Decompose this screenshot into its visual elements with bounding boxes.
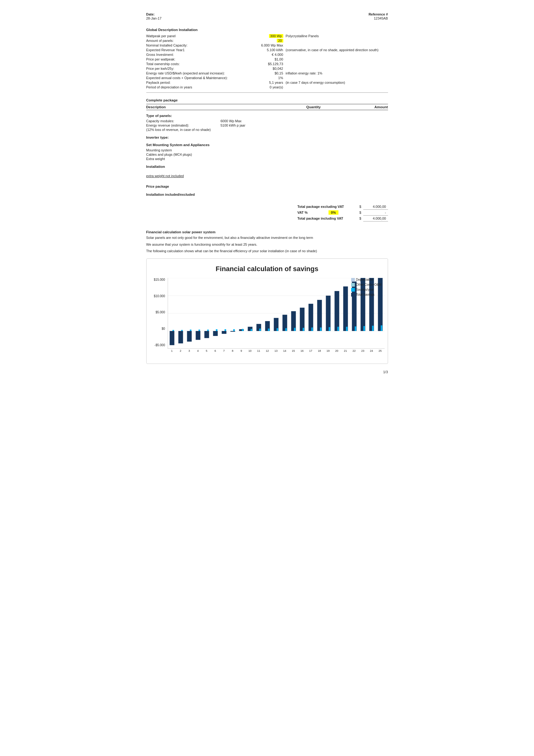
- installation-section: Installation: [146, 165, 388, 169]
- bar-total-savings: [300, 308, 304, 331]
- legend-color-swatch: [351, 283, 355, 287]
- row-label: Expected Revenue Year1: [146, 47, 252, 52]
- y-label-5000: $5.000: [156, 310, 165, 314]
- bar-savings-year: [259, 329, 261, 331]
- type-of-panels-section: Type of panels: Capacity modules:6000 Wp…: [146, 114, 388, 132]
- col-description: Description: [146, 105, 166, 109]
- row-value: $0,042: [252, 66, 286, 71]
- bar-savings-year: [311, 327, 313, 331]
- row-value: $1,00: [252, 57, 286, 62]
- col-amount: Amount: [374, 105, 388, 109]
- excl-vat-currency: $: [357, 204, 363, 210]
- page-number: 1/3: [146, 370, 388, 374]
- installation-included: Installation included/excluded: [146, 193, 388, 196]
- bar-total-savings: [317, 300, 322, 331]
- x-label: 18: [315, 349, 324, 352]
- bar-total-savings: [213, 331, 217, 336]
- info-row: Nominal Installed Capacity:6.000 Wp Max: [146, 43, 388, 47]
- row-label: Total ownership costs:: [146, 62, 252, 66]
- bar-savings-year: [242, 329, 243, 331]
- y-label-0: $0: [162, 327, 165, 330]
- info-row: Payback period:5,1 years(in case 7 days …: [146, 80, 388, 85]
- row-note: [286, 43, 388, 47]
- bar-savings-year: [198, 330, 200, 331]
- row-value: 0 year(s): [252, 85, 286, 89]
- x-label: 11: [254, 349, 263, 352]
- x-axis-labels: 1234567891011121314151617181920212223242…: [168, 349, 385, 352]
- mounting-section: Set Mounting System and Appliances Mount…: [146, 143, 388, 161]
- bar-savings-year: [355, 326, 356, 331]
- info-row: Price per wattpeak:$1,00: [146, 57, 388, 62]
- chart-title: Financial calculation of savings: [150, 265, 385, 273]
- bar-savings-year: [381, 325, 382, 331]
- row-note: [286, 57, 388, 62]
- row-note: [286, 66, 388, 71]
- row-label: Nominal Installed Capacity:: [146, 43, 252, 47]
- bar-total-savings: [195, 331, 200, 340]
- bar-savings-year: [302, 328, 304, 331]
- bar-savings-year: [207, 330, 209, 331]
- bar-total-savings: [334, 291, 339, 331]
- info-row: Price per kwh/25y:$0,042: [146, 66, 388, 71]
- row-label: Price per kwh/25y:: [146, 66, 252, 71]
- chart-container: Financial calculation of savings $15.000…: [146, 258, 388, 364]
- financial-section: Financial calculation solar power system…: [146, 230, 388, 364]
- bar-savings-year: [363, 326, 365, 331]
- bar-total-savings: [204, 331, 209, 338]
- mounting-row: Mounting system: [146, 148, 388, 152]
- legend-label: Total Savings: [356, 293, 374, 296]
- legend-label: Savings/year: [356, 288, 374, 291]
- bar-total-savings: [178, 331, 183, 343]
- legend-label: Other Costs+O&M: [356, 283, 382, 286]
- row-note: [286, 52, 388, 57]
- totals-section: Total package excluding VAT $ 4.000,00 V…: [146, 204, 388, 222]
- row-label: Amount of panels:: [146, 38, 252, 43]
- x-label: 15: [289, 349, 298, 352]
- row-value: 20: [252, 38, 286, 43]
- bar-savings-year: [337, 327, 339, 331]
- info-row: Expected Revenue Year15.100 kWh(conserva…: [146, 47, 388, 52]
- row-value: 6.000 Wp Max: [252, 43, 286, 47]
- x-label: 19: [324, 349, 333, 352]
- x-label: 13: [272, 349, 280, 352]
- info-row: Expected annual costs + Operational & Ma…: [146, 75, 388, 80]
- row-note: Polycrystalline Panels: [286, 34, 388, 38]
- x-label: 24: [367, 349, 376, 352]
- bar-savings-year: [250, 329, 252, 331]
- bar-total-savings: [326, 296, 330, 331]
- bar-savings-year: [320, 327, 321, 331]
- row-label: Wattpeak per panel: [146, 34, 252, 38]
- inverter-title: Inverter type:: [146, 136, 388, 139]
- incl-vat-label: Total package including VAT: [295, 216, 357, 222]
- row-note: (in case 7 days of energy consumption): [286, 80, 388, 85]
- row-note: [286, 38, 388, 43]
- incl-vat-row: Total package including VAT $ 4.000,00: [295, 216, 388, 222]
- x-label: 21: [341, 349, 350, 352]
- row-note: [286, 75, 388, 80]
- reference-col: Reference # 12345AB: [369, 13, 388, 20]
- info-row: Gross Investment:€ 4.000: [146, 52, 388, 57]
- legend-color-swatch: [351, 278, 355, 282]
- date-value: 28-Jan-17: [146, 16, 162, 20]
- bar-savings-year: [276, 328, 278, 331]
- row-value: 1%: [252, 75, 286, 80]
- bar-savings-year: [224, 329, 226, 331]
- bar-savings-year: [233, 329, 235, 331]
- financial-line: Solar panels are not only good for the e…: [146, 235, 388, 241]
- type-of-panels-title: Type of panels:: [146, 114, 388, 118]
- legend: DepreciationOther Costs+O&MSavings/yearT…: [351, 278, 382, 298]
- bar-total-savings: [308, 304, 313, 331]
- price-package-label: Price package: [146, 185, 388, 188]
- legend-item: Savings/year: [351, 288, 382, 292]
- complete-package-title: Complete package: [146, 98, 388, 102]
- x-label: 7: [220, 349, 228, 352]
- date-col: Date: 28-Jan-17: [146, 13, 162, 20]
- excl-vat-amount: 4.000,00: [363, 204, 388, 210]
- legend-color-swatch: [351, 293, 355, 297]
- bar-savings-year: [216, 329, 217, 331]
- inverter-section: Inverter type:: [146, 136, 388, 139]
- bar-savings-year: [328, 327, 330, 331]
- bar-total-savings: [343, 286, 348, 331]
- financial-line: We assume that your system is functionin…: [146, 242, 388, 248]
- bar-total-savings: [187, 331, 191, 341]
